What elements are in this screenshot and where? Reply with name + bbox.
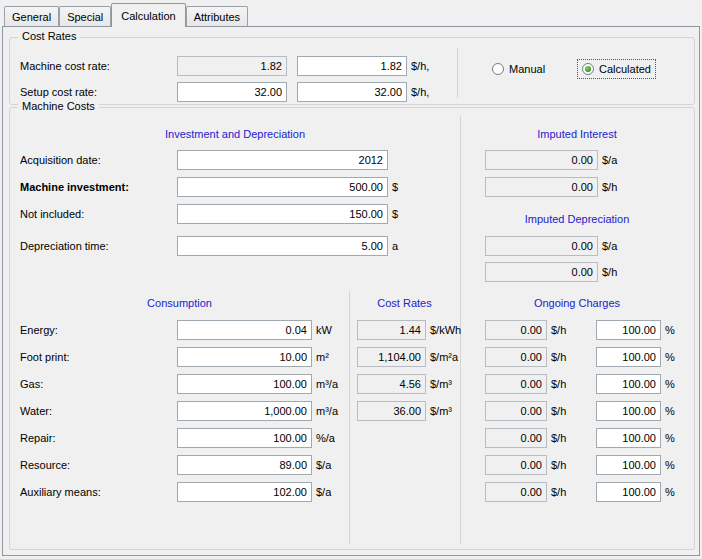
calculated-radio-icon — [582, 63, 594, 75]
gas-ongoing-cell: $/h % — [485, 374, 675, 394]
gas-rate-cell: $/m³ — [357, 374, 452, 394]
energy-percent-unit: % — [665, 324, 675, 336]
not-included-unit: $ — [392, 208, 398, 220]
imputed-depreciation-header: Imputed Depreciation — [460, 213, 694, 225]
imputed-depreciation-hourly-unit: $/h — [602, 266, 617, 278]
not-included-input[interactable] — [177, 204, 388, 224]
foot-print-ongoing-cell: $/h % — [485, 347, 675, 367]
machine-investment-input[interactable] — [177, 177, 388, 197]
foot-print-rate-unit: $/m²a — [430, 351, 458, 363]
auxiliary-means-unit: $/a — [316, 486, 331, 498]
gas-input[interactable] — [177, 374, 312, 394]
water-percent-input[interactable] — [596, 401, 661, 421]
imputed-depreciation-annual-row: $/a — [485, 236, 617, 256]
tab-general[interactable]: General — [4, 6, 59, 26]
foot-print-rate-input — [357, 347, 426, 367]
acquisition-date-row: Acquisition date: — [20, 150, 392, 170]
repair-label: Repair: — [20, 432, 177, 444]
water-input[interactable] — [177, 401, 312, 421]
gas-charge-unit: $/h — [551, 378, 566, 390]
setup-cost-rate-value1-input[interactable] — [177, 82, 287, 102]
manual-radio[interactable]: Manual — [487, 59, 550, 79]
repair-row: Repair: %/a — [20, 428, 335, 448]
tab-bar: General Special Calculation Attributes — [4, 3, 248, 27]
cost-rates-group-title: Cost Rates — [18, 30, 80, 42]
resource-row: Resource: $/a — [20, 455, 331, 475]
foot-print-percent-input[interactable] — [596, 347, 661, 367]
depreciation-time-label: Depreciation time: — [20, 240, 177, 252]
energy-ongoing-cell: $/h % — [485, 320, 675, 340]
machine-cost-rate-value1-input — [177, 56, 287, 76]
energy-rate-unit: $/kWh — [430, 324, 461, 336]
machine-cost-rate-row: Machine cost rate: $/h, — [20, 56, 429, 76]
resource-percent-input[interactable] — [596, 455, 661, 475]
machine-investment-row: Machine investment: $ — [20, 177, 398, 197]
tab-special[interactable]: Special — [59, 6, 111, 26]
foot-print-percent-unit: % — [665, 351, 675, 363]
imputed-interest-annual-input — [485, 150, 598, 170]
gas-unit: m³/a — [316, 378, 338, 390]
resource-charge-unit: $/h — [551, 459, 566, 471]
foot-print-input[interactable] — [177, 347, 312, 367]
water-ongoing-cell: $/h % — [485, 401, 675, 421]
energy-percent-input[interactable] — [596, 320, 661, 340]
tab-calculation[interactable]: Calculation — [111, 3, 185, 27]
cost-rates-column-separator — [349, 291, 350, 544]
imputed-interest-annual-row: $/a — [485, 150, 617, 170]
water-row: Water: m³/a — [20, 401, 338, 421]
machine-cost-rate-unit: $/h, — [411, 60, 429, 72]
depreciation-time-input[interactable] — [177, 236, 388, 256]
investment-depreciation-header: Investment and Depreciation — [10, 128, 460, 140]
foot-print-charge-unit: $/h — [551, 351, 566, 363]
auxiliary-means-percent-input[interactable] — [596, 482, 661, 502]
gas-percent-input[interactable] — [596, 374, 661, 394]
foot-print-charge-input — [485, 347, 547, 367]
auxiliary-means-charge-input — [485, 482, 547, 502]
machine-cost-rate-value2-input[interactable] — [297, 56, 407, 76]
manual-radio-label: Manual — [509, 63, 545, 75]
energy-charge-unit: $/h — [551, 324, 566, 336]
imputed-depreciation-annual-input — [485, 236, 598, 256]
resource-input[interactable] — [177, 455, 312, 475]
not-included-row: Not included: $ — [20, 204, 398, 224]
foot-print-rate-cell: $/m²a — [357, 347, 458, 367]
tab-attributes[interactable]: Attributes — [186, 6, 248, 26]
auxiliary-means-ongoing-cell: $/h % — [485, 482, 675, 502]
repair-ongoing-cell: $/h % — [485, 428, 675, 448]
water-unit: m³/a — [316, 405, 338, 417]
setup-cost-rate-value2-input[interactable] — [297, 82, 407, 102]
setup-cost-rate-row: Setup cost rate: $/h, — [20, 82, 429, 102]
setup-cost-rate-unit: $/h, — [411, 86, 429, 98]
depreciation-time-unit: a — [392, 240, 398, 252]
water-rate-input — [357, 401, 426, 421]
resource-label: Resource: — [20, 459, 177, 471]
auxiliary-means-percent-unit: % — [665, 486, 675, 498]
calculation-tab-page: Cost Rates Machine cost rate: $/h, Setup… — [2, 26, 700, 556]
calculated-radio[interactable]: Calculated — [577, 59, 656, 79]
energy-rate-input — [357, 320, 426, 340]
gas-label: Gas: — [20, 378, 177, 390]
imputed-interest-hourly-input — [485, 177, 598, 197]
foot-print-unit: m² — [316, 351, 329, 363]
energy-input[interactable] — [177, 320, 312, 340]
consumption-header: Consumption — [10, 297, 349, 309]
foot-print-label: Foot print: — [20, 351, 177, 363]
auxiliary-means-charge-unit: $/h — [551, 486, 566, 498]
auxiliary-means-row: Auxiliary means: $/a — [20, 482, 331, 502]
water-charge-input — [485, 401, 547, 421]
resource-percent-unit: % — [665, 459, 675, 471]
auxiliary-means-input[interactable] — [177, 482, 312, 502]
machine-cost-rate-label: Machine cost rate: — [20, 60, 177, 72]
acquisition-date-input[interactable] — [177, 150, 388, 170]
energy-rate-cell: $/kWh — [357, 320, 461, 340]
repair-percent-unit: % — [665, 432, 675, 444]
repair-input[interactable] — [177, 428, 312, 448]
repair-unit: %/a — [316, 432, 335, 444]
machine-costs-group: Machine Costs Investment and Depreciatio… — [9, 107, 695, 550]
machine-investment-unit: $ — [392, 181, 398, 193]
repair-charge-unit: $/h — [551, 432, 566, 444]
ongoing-charges-header: Ongoing Charges — [460, 297, 694, 309]
water-charge-unit: $/h — [551, 405, 566, 417]
acquisition-date-label: Acquisition date: — [20, 154, 177, 166]
repair-percent-input[interactable] — [596, 428, 661, 448]
